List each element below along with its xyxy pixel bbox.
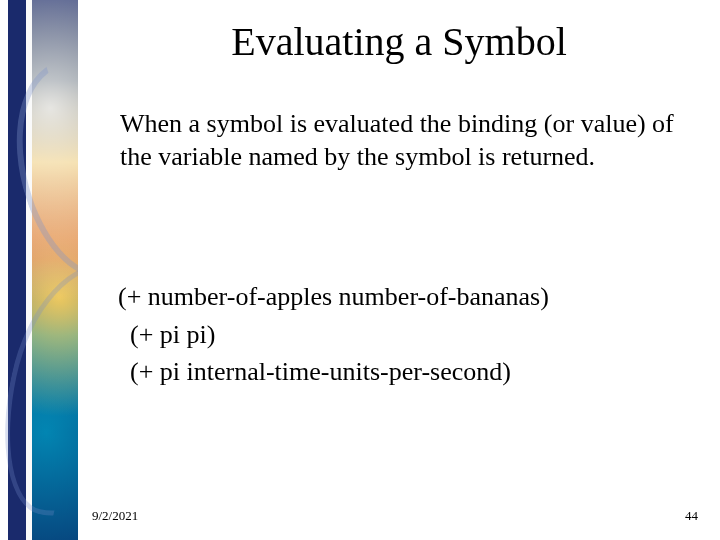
slide: Evaluating a Symbol When a symbol is eva… <box>0 0 720 540</box>
footer-date: 9/2/2021 <box>92 508 138 524</box>
footer-page-number: 44 <box>685 508 698 524</box>
code-line: (+ number-of-apples number-of-bananas) <box>118 278 700 316</box>
code-line: (+ pi internal-time-units-per-second) <box>118 353 700 391</box>
content-area: Evaluating a Symbol When a symbol is eva… <box>78 0 720 540</box>
slide-title: Evaluating a Symbol <box>78 18 720 65</box>
slide-paragraph: When a symbol is evaluated the binding (… <box>120 108 712 173</box>
code-line: (+ pi pi) <box>118 316 700 354</box>
code-examples: (+ number-of-apples number-of-bananas) (… <box>118 278 700 391</box>
decorative-sidebar <box>0 0 78 540</box>
